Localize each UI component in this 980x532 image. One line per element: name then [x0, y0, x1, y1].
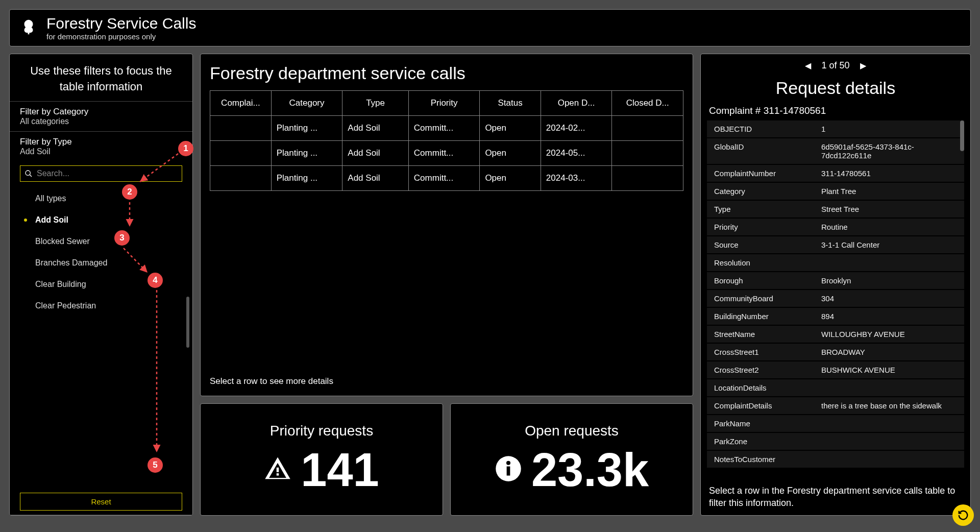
filter-type-label: Filter by Type [20, 137, 182, 147]
detail-key: Source [714, 240, 821, 249]
details-title: Request details [704, 78, 967, 98]
table-cell [210, 116, 272, 141]
detail-row: BoroughBrooklyn [707, 272, 964, 289]
priority-label: Priority requests [270, 423, 373, 439]
reset-button[interactable]: Reset [20, 493, 182, 511]
detail-row: Resolution [707, 254, 964, 271]
table-cell: Open [480, 166, 541, 191]
svg-line-1 [30, 175, 32, 177]
detail-value: 6d5901af-5625-4373-841c-7dcd122c611e [821, 142, 957, 160]
table-cell: Add Soil [342, 166, 409, 191]
service-calls-table-panel: Forestry department service calls Compla… [200, 54, 693, 396]
detail-row: CrossStreet1BROADWAY [707, 344, 964, 360]
type-option[interactable]: Add Soil [20, 209, 192, 231]
detail-value [821, 419, 957, 428]
arrow-1-2 [132, 151, 183, 192]
table-cell: 2024-05... [541, 141, 612, 166]
detail-value [821, 437, 957, 446]
type-option[interactable]: Clear Building [20, 274, 192, 295]
detail-row: ParkZone [707, 433, 964, 450]
column-header[interactable]: Category [271, 91, 342, 116]
table-row[interactable]: Planting ...Add SoilCommitt...Open2024-0… [210, 166, 683, 191]
scrollbar-thumb[interactable] [186, 297, 189, 348]
open-value: 23.3k [531, 443, 649, 497]
detail-value: Street Tree [821, 205, 957, 213]
table-cell: Add Soil [342, 116, 409, 141]
app-title: Forestry Service Calls [46, 15, 196, 32]
svg-point-0 [26, 171, 30, 175]
app-header: Forestry Service Calls for demonstration… [9, 9, 971, 46]
detail-key: CommunityBoard [714, 294, 821, 303]
annotation-badge-5: 5 [148, 457, 163, 473]
search-icon [24, 170, 33, 178]
pager: ◀ 1 of 50 ▶ [704, 58, 967, 75]
type-option[interactable]: Blocked Sewer [20, 231, 192, 252]
svg-rect-3 [507, 467, 510, 476]
table-row[interactable]: Planting ...Add SoilCommitt...Open2024-0… [210, 116, 683, 141]
table-cell: Committ... [408, 116, 480, 141]
table-cell: Add Soil [342, 141, 409, 166]
refresh-button[interactable] [952, 504, 974, 526]
table-cell: Open [480, 116, 541, 141]
detail-value: 311-14780561 [821, 169, 957, 178]
detail-value [821, 258, 957, 267]
detail-key: NotesToCustomer [714, 455, 821, 464]
table-row[interactable]: Planting ...Add SoilCommitt...Open2024-0… [210, 141, 683, 166]
table-hint: Select a row to see more details [210, 371, 683, 386]
detail-key: BuildingNumber [714, 312, 821, 321]
detail-key: Type [714, 205, 821, 213]
divider [10, 515, 192, 515]
pager-prev[interactable]: ◀ [805, 61, 811, 70]
detail-key: Category [714, 187, 821, 196]
detail-value [821, 455, 957, 464]
open-requests-card: Open requests 23.3k [450, 403, 693, 516]
filter-category-label: Filter by Category [20, 107, 182, 117]
detail-row: OBJECTID1 [707, 120, 964, 137]
detail-key: ParkZone [714, 437, 821, 446]
scrollbar-thumb[interactable] [960, 120, 964, 151]
column-header[interactable]: Status [480, 91, 541, 116]
detail-key: Resolution [714, 258, 821, 267]
detail-value: BUSHWICK AVENUE [821, 366, 957, 374]
table-title: Forestry department service calls [210, 63, 683, 83]
detail-key: Priority [714, 223, 821, 231]
column-header[interactable]: Closed D... [612, 91, 683, 116]
column-header[interactable]: Open D... [541, 91, 612, 116]
column-header[interactable]: Type [342, 91, 409, 116]
table-cell: Planting ... [271, 141, 342, 166]
detail-value: 304 [821, 294, 957, 303]
arrow-4-5 [153, 289, 163, 457]
pager-next[interactable]: ▶ [860, 61, 866, 70]
app-subtitle: for demonstration purposes only [46, 32, 196, 41]
table-cell: Open [480, 141, 541, 166]
detail-row: ComplaintDetailsthere is a tree base on … [707, 397, 964, 414]
tree-icon [20, 18, 37, 38]
type-option[interactable]: Clear Pedestrian [20, 295, 192, 317]
type-option[interactable]: Branches Damaged [20, 252, 192, 274]
annotation-badge-4: 4 [148, 273, 163, 288]
table-cell: Planting ... [271, 116, 342, 141]
column-header[interactable]: Priority [408, 91, 480, 116]
refresh-icon [958, 510, 969, 521]
detail-row: ParkName [707, 415, 964, 432]
info-icon [495, 455, 522, 485]
detail-key: StreetName [714, 330, 821, 338]
detail-value: 894 [821, 312, 957, 321]
detail-row: NotesToCustomer [707, 451, 964, 468]
svg-point-4 [506, 461, 510, 465]
annotation-badge-3: 3 [114, 230, 130, 246]
sidebar-intro: Use these filters to focus the table inf… [10, 54, 192, 101]
detail-value: Routine [821, 223, 957, 231]
detail-key: CrossStreet1 [714, 348, 821, 356]
arrow-3-4 [119, 247, 155, 278]
filter-category[interactable]: Filter by Category All categories [10, 101, 192, 131]
column-header[interactable]: Complai... [210, 91, 272, 116]
detail-key: GlobalID [714, 142, 821, 160]
detail-value: BROADWAY [821, 348, 957, 356]
table-cell: 2024-02... [541, 116, 612, 141]
table-cell [210, 141, 272, 166]
detail-row: CategoryPlant Tree [707, 183, 964, 200]
detail-value [821, 383, 957, 392]
priority-value: 141 [301, 443, 379, 497]
detail-value: WILLOUGHBY AVENUE [821, 330, 957, 338]
